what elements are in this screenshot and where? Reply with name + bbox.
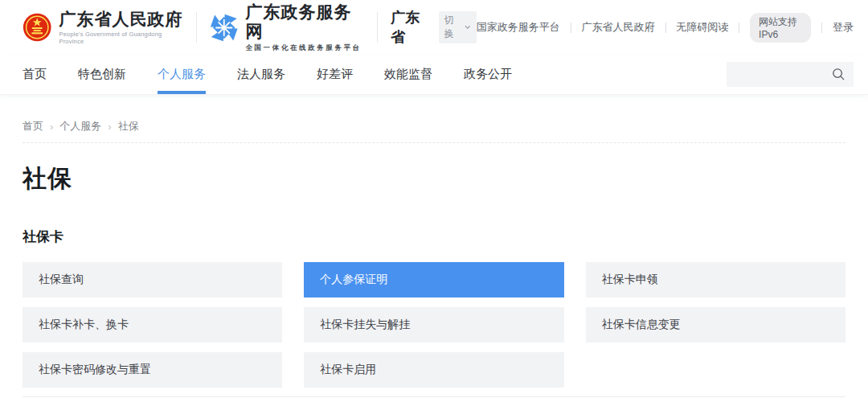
region-name: 广东省 — [391, 8, 432, 47]
bottom-divider — [23, 396, 845, 397]
card-card-info-change[interactable]: 社保卡信息变更 — [586, 307, 845, 343]
card-card-application[interactable]: 社保卡申领 — [586, 262, 845, 297]
search-icon[interactable] — [832, 68, 845, 81]
nav-item-government-disclosure[interactable]: 政务公开 — [464, 55, 512, 94]
nav-item-personal-services[interactable]: 个人服务 — [158, 55, 206, 94]
page-title: 社保 — [23, 162, 845, 195]
gov-logo-title: 广东省人民政府 — [59, 10, 182, 29]
login-button[interactable]: 登录 — [833, 20, 854, 35]
card-card-loss-report[interactable]: 社保卡挂失与解挂 — [304, 307, 563, 343]
service-card-grid: 社保查询 个人参保证明 社保卡申领 社保卡补卡、换卡 社保卡挂失与解挂 社保卡信… — [23, 262, 845, 388]
nav-item-service-rating[interactable]: 好差评 — [317, 55, 353, 94]
ipv6-badge[interactable]: 网站支持IPv6 — [750, 13, 811, 43]
nav-item-featured-innovation[interactable]: 特色创新 — [78, 55, 126, 94]
link-national-platform[interactable]: 国家政务服务平台 — [477, 20, 560, 35]
breadcrumb-separator: › — [108, 121, 111, 133]
search-input[interactable] — [727, 62, 854, 87]
breadcrumb: 首页 › 个人服务 › 社保 — [23, 119, 845, 143]
card-card-activation[interactable]: 社保卡启用 — [304, 352, 563, 388]
divider — [665, 23, 666, 33]
divider — [821, 23, 822, 33]
breadcrumb-social-insurance: 社保 — [118, 119, 139, 133]
pinwheel-logo-icon — [210, 13, 239, 43]
divider — [377, 12, 378, 43]
nav-item-corporate-services[interactable]: 法人服务 — [237, 55, 285, 94]
gov-logo[interactable]: 广东省人民政府 People's Government of Guangdong… — [23, 10, 183, 45]
divider — [571, 23, 571, 33]
section-title-social-security-card: 社保卡 — [23, 228, 845, 246]
breadcrumb-home[interactable]: 首页 — [23, 119, 43, 133]
portal-logo-title: 广东政务服务网 — [245, 2, 364, 41]
card-personal-insurance-certificate[interactable]: 个人参保证明 — [304, 262, 563, 297]
divider — [739, 23, 739, 33]
card-social-insurance-query[interactable]: 社保查询 — [23, 262, 282, 297]
region-switch-button[interactable]: 切换 — [439, 11, 477, 43]
portal-logo[interactable]: 广东政务服务网 全国一体化在线政务服务平台 — [210, 2, 364, 53]
region-switch-label: 切换 — [444, 14, 463, 41]
main-nav: 首页 特色创新 个人服务 法人服务 好差评 效能监督 政务公开 — [0, 55, 868, 95]
national-emblem-icon — [23, 12, 51, 43]
top-bar: 广东省人民政府 People's Government of Guangdong… — [0, 0, 868, 55]
top-links: 国家政务服务平台 广东省人民政府 无障碍阅读 网站支持IPv6 登录 — [477, 13, 854, 43]
card-card-replacement[interactable]: 社保卡补卡、换卡 — [23, 307, 282, 343]
breadcrumb-personal-services[interactable]: 个人服务 — [59, 119, 101, 133]
portal-logo-subtitle: 全国一体化在线政务服务平台 — [245, 43, 364, 53]
nav-item-home[interactable]: 首页 — [23, 55, 47, 94]
link-provincial-government[interactable]: 广东省人民政府 — [582, 20, 655, 35]
breadcrumb-separator: › — [50, 121, 53, 133]
nav-item-efficiency-supervision[interactable]: 效能监督 — [384, 55, 432, 94]
link-accessibility[interactable]: 无障碍阅读 — [676, 20, 728, 35]
chevron-down-icon — [465, 25, 471, 30]
card-card-password-reset[interactable]: 社保卡密码修改与重置 — [23, 352, 282, 388]
region-selector: 广东省 切换 — [391, 8, 477, 47]
portal-logo-text: 广东政务服务网 全国一体化在线政务服务平台 — [245, 2, 364, 53]
gov-logo-text: 广东省人民政府 People's Government of Guangdong… — [59, 10, 182, 45]
divider — [196, 12, 197, 43]
gov-logo-subtitle: People's Government of Guangdong Provinc… — [59, 31, 182, 45]
